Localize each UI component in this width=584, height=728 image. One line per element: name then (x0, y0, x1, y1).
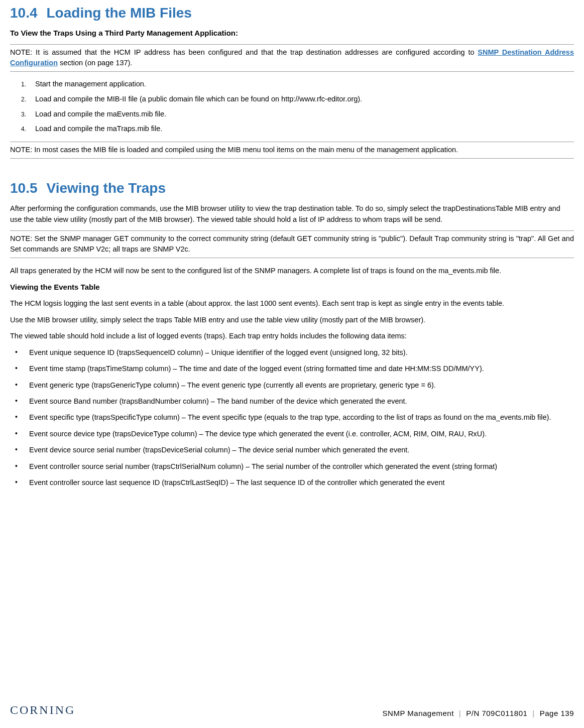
step-item: Load and compile the maEvents.mib file. (21, 109, 574, 120)
step-item: Load and compile the MIB-II file (a publ… (21, 94, 574, 105)
step-item: Load and compile the maTraps.mib file. (21, 124, 574, 135)
events-table-heading: Viewing the Events Table (10, 282, 574, 293)
footer-right: SNMP Management | P/N 709C011801 | Page … (383, 708, 574, 719)
events-p1: The HCM logsis logging the last sent eve… (10, 298, 574, 309)
para-105-2: All traps generated by the HCM will now … (10, 265, 574, 276)
note-104-1: NOTE: It is assumed that the HCM IP addr… (10, 44, 574, 72)
note-text-pre: NOTE: It is assumed that the HCM IP addr… (10, 48, 478, 56)
footer-separator: | (532, 708, 534, 719)
section-title: Viewing the Traps (47, 180, 166, 196)
page-footer: CORNING SNMP Management | P/N 709C011801… (10, 701, 574, 719)
events-bullets: Event unique sequence ID (trapsSequenceI… (10, 347, 574, 489)
section-number: 10.5 (10, 180, 38, 196)
section-title: Loading the MIB Files (47, 5, 192, 21)
section-number: 10.4 (10, 5, 38, 21)
intro-105: After performing the configuration comma… (10, 203, 574, 225)
bullet-item: Event specific type (trapsSpecificType c… (10, 412, 574, 423)
events-p3: The viewed table should hold include a l… (10, 330, 574, 341)
footer-pn: P/N 709C011801 (466, 708, 527, 719)
bullet-item: Event controller source last sequence ID… (10, 477, 574, 488)
footer-separator: | (459, 708, 461, 719)
note-text-post: section (on page 137). (58, 59, 132, 67)
bullet-item: Event source Band number (trapsBandNumbe… (10, 396, 574, 407)
bullet-item: Event time stamp (trapsTimeStamp column)… (10, 363, 574, 374)
bullet-item: Event device source serial number (traps… (10, 444, 574, 455)
steps-list-104: Start the management application. Load a… (21, 79, 574, 135)
footer-page: Page 139 (540, 708, 574, 719)
subheading-104: To View the Traps Using a Third Party Ma… (10, 28, 574, 39)
bullet-item: Event generic type (trapsGenericType col… (10, 380, 574, 391)
note-text: NOTE: Set the SNMP manager GET community… (10, 234, 574, 254)
note-105: NOTE: Set the SNMP manager GET community… (10, 230, 574, 259)
note-104-2: NOTE: In most cases the MIB file is load… (10, 142, 574, 159)
section-10-4-heading: 10.4Loading the MIB Files (10, 3, 574, 24)
bullet-item: Event source device type (trapsDeviceTyp… (10, 428, 574, 439)
brand-logo: CORNING (10, 701, 75, 719)
bullet-item: Event unique sequence ID (trapsSequenceI… (10, 347, 574, 358)
section-10-5-heading: 10.5Viewing the Traps (10, 178, 574, 199)
bullet-item: Event controller source serial number (t… (10, 461, 574, 472)
footer-chapter: SNMP Management (383, 708, 454, 719)
events-p2: Use the MIB browser utility, simply sele… (10, 314, 574, 325)
step-item: Start the management application. (21, 79, 574, 90)
